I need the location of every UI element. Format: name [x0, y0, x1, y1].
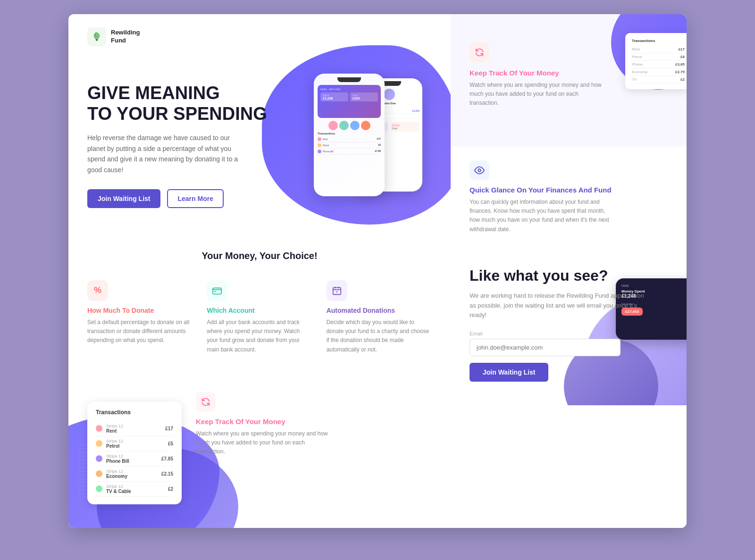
- table-row: Stripe 12 Petrol £5: [96, 436, 173, 451]
- hero-subtitle: Help reverse the damage we have caused t…: [87, 133, 238, 175]
- learn-more-button[interactable]: Learn More: [167, 189, 223, 208]
- logo-icon: [87, 27, 106, 46]
- keep-track-section: Keep Track Of Your Money Watch where you…: [182, 383, 328, 504]
- right-keep-track-desc: Watch where you are spending your money …: [470, 81, 602, 108]
- email-label: Email: [470, 331, 668, 336]
- feature-desc-automated: Decide which day you would like to donat…: [327, 318, 432, 354]
- features-grid: % How Much To Donate Set a default perce…: [87, 280, 432, 354]
- keep-track-title: Keep Track Of Your Money: [196, 418, 328, 426]
- logo-text: Rewilding Fund: [111, 29, 140, 45]
- table-row: Stripe 12 TV & Cable £2: [96, 482, 173, 497]
- like-section: Like what you see? We are working hard t…: [451, 248, 687, 405]
- svg-rect-1: [213, 288, 221, 294]
- quick-glance-section: Hello Money Spent £1,248 Savings £17,453…: [451, 146, 687, 248]
- hero-title: GIVE MEANING TO YOUR SPENDING: [87, 83, 432, 124]
- feature-desc-how-much: Set a default percentage to donate on al…: [87, 318, 193, 345]
- quick-glance-title: Quick Glance On Your Finances And Fund: [470, 186, 668, 194]
- join-waiting-list-bottom-button[interactable]: Join Waiting List: [470, 363, 548, 382]
- like-title: Like what you see?: [470, 267, 668, 284]
- feature-title-account: Which Account: [207, 307, 312, 314]
- transactions-card-title: Transactions: [96, 409, 173, 416]
- feature-desc-account: Add all your bank accounts and track whe…: [207, 318, 312, 354]
- svg-rect-4: [333, 288, 341, 295]
- right-keep-track-icon: [470, 42, 489, 62]
- section-title: Your Money, Your Choice!: [87, 251, 432, 261]
- svg-rect-0: [96, 40, 98, 41]
- transactions-card: Transactions Stripe 12 Rent £17: [87, 401, 182, 504]
- your-money-section: Your Money, Your Choice! % How Much To D…: [68, 227, 451, 368]
- feature-automated: Automated Donations Decide which day you…: [327, 280, 432, 354]
- table-row: Stripe 12 Phone Bill £7.85: [96, 451, 173, 467]
- percentage-icon: %: [87, 280, 108, 301]
- right-panel: Transactions Rent£17 Petrol£8 Phone£3.85…: [451, 14, 687, 528]
- hero-buttons: Join Waiting List Learn More: [87, 189, 432, 208]
- svg-point-9: [478, 169, 481, 172]
- quick-glance-icon: [470, 160, 489, 180]
- like-desc: We are working hard to release the Rewil…: [470, 291, 649, 320]
- email-input[interactable]: [470, 339, 621, 356]
- keep-track-desc: Watch where you are spending your money …: [196, 429, 328, 457]
- feature-title-how-much: How Much To Donate: [87, 307, 193, 314]
- right-keep-track-title: Keep Track Of Your Money: [470, 69, 668, 77]
- feature-how-much: % How Much To Donate Set a default perce…: [87, 280, 193, 354]
- left-panel: Rewilding Fund John Doe Balance£4,234 Fu…: [68, 14, 451, 528]
- like-content: Like what you see? We are working hard t…: [470, 267, 668, 382]
- table-row: Stripe 12 Rent £17: [96, 421, 173, 436]
- card-icon: [207, 280, 227, 301]
- table-row: Stripe 12 Economy £2.15: [96, 467, 173, 482]
- quick-glance-desc: You can quickly get information about yo…: [470, 198, 611, 234]
- keep-track-icon: [196, 392, 216, 412]
- join-waiting-list-button[interactable]: Join Waiting List: [87, 189, 160, 208]
- feature-title-automated: Automated Donations: [327, 307, 432, 314]
- calendar-icon: [327, 280, 347, 301]
- right-top-section: Transactions Rent£17 Petrol£8 Phone£3.85…: [451, 14, 687, 146]
- feature-which-account: Which Account Add all your bank accounts…: [207, 280, 312, 354]
- hero-section: John Doe Balance£4,234 Fund Accounts £1,…: [68, 59, 451, 227]
- right-keep-track-feature: Keep Track Of Your Money Watch where you…: [470, 42, 668, 108]
- hero-content: GIVE MEANING TO YOUR SPENDING Help rever…: [87, 69, 432, 208]
- svg-point-8: [336, 291, 337, 293]
- svg-rect-3: [214, 291, 217, 292]
- bottom-section: Transactions Stripe 12 Rent £17: [68, 368, 451, 528]
